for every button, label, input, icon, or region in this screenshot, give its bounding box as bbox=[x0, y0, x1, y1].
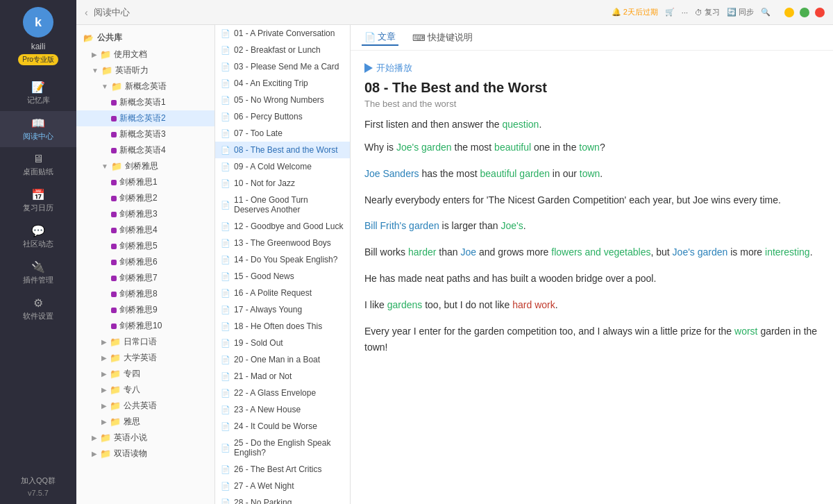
more-button[interactable]: ··· bbox=[682, 8, 688, 17]
chapter-item[interactable]: 📄 21 - Mad or Not bbox=[215, 368, 350, 385]
close-button[interactable] bbox=[815, 8, 825, 17]
tree-item-nce3[interactable]: 新概念英语3 bbox=[76, 126, 214, 142]
tree-item-cam3[interactable]: 剑桥雅思3 bbox=[76, 206, 214, 222]
chapter-item[interactable]: 📄 28 - No Parking bbox=[215, 494, 350, 504]
sidebar-item-calendar[interactable]: 📅 复习日历 bbox=[0, 183, 76, 219]
tree-item-label: 新概念英语4 bbox=[119, 144, 166, 156]
tab-shortcuts[interactable]: ⌨ 快捷键说明 bbox=[410, 30, 476, 45]
tree-item-ielts[interactable]: ▶ 📁 雅思 bbox=[76, 414, 214, 430]
chapter-item[interactable]: 📄 17 - Always Young bbox=[215, 301, 350, 318]
tree-item-cam10[interactable]: 剑桥雅思10 bbox=[76, 318, 214, 334]
doc-icon: 📄 bbox=[221, 339, 230, 348]
tree-item-cam8[interactable]: 剑桥雅思8 bbox=[76, 286, 214, 302]
back-button[interactable]: ‹ bbox=[85, 7, 88, 18]
calendar-icon: 📅 bbox=[31, 188, 45, 201]
doc-icon: 📄 bbox=[221, 146, 230, 155]
chapter-label: 18 - He Often does This bbox=[234, 321, 322, 331]
chapter-label: 06 - Percy Buttons bbox=[234, 112, 303, 121]
folder-icon: 📁 bbox=[111, 81, 122, 92]
reading-para-7: Every year I enter for the garden compet… bbox=[364, 324, 819, 357]
pro-badge: Pro专业版 bbox=[18, 54, 58, 65]
chapter-label: 19 - Sold Out bbox=[234, 338, 283, 348]
chapter-item[interactable]: 📄 19 - Sold Out bbox=[215, 335, 350, 351]
maximize-button[interactable] bbox=[800, 8, 809, 17]
tree-item-usage-docs[interactable]: ▶ 📁 使用文档 bbox=[76, 47, 214, 62]
sidebar-item-memory[interactable]: 📝 记忆库 bbox=[0, 75, 76, 111]
review-icon: ⏱ bbox=[695, 8, 702, 17]
chapter-item[interactable]: 📄 14 - Do You Speak English? bbox=[215, 251, 350, 268]
chapter-item[interactable]: 📄 25 - Do the English Speak English? bbox=[215, 435, 350, 461]
sidebar-item-settings[interactable]: ⚙ 软件设置 bbox=[0, 291, 76, 327]
tree-item-cam1[interactable]: 剑桥雅思1 bbox=[76, 174, 214, 190]
tree-item-cam2[interactable]: 剑桥雅思2 bbox=[76, 190, 214, 206]
tree-item-cambridge[interactable]: ▼ 📁 剑桥雅思 bbox=[76, 158, 214, 174]
tree-item-cam5[interactable]: 剑桥雅思5 bbox=[76, 238, 214, 254]
chapter-item[interactable]: 📄 20 - One Man in a Boat bbox=[215, 351, 350, 368]
sidebar-item-community[interactable]: 💬 社区动态 bbox=[0, 219, 76, 255]
tab-article[interactable]: 📄 文章 bbox=[362, 29, 398, 46]
chevron-right-icon: ▶ bbox=[92, 51, 97, 58]
tree-item-label: 剑桥雅思2 bbox=[119, 192, 158, 204]
tree-item-tem8[interactable]: ▶ 📁 专八 bbox=[76, 382, 214, 398]
chapter-item[interactable]: 📄 09 - A Cold Welcome bbox=[215, 158, 350, 175]
file-square-icon bbox=[111, 260, 117, 265]
chapter-item[interactable]: 📄 22 - A Glass Envelope bbox=[215, 385, 350, 401]
chapter-item[interactable]: 📄 27 - A Wet Night bbox=[215, 478, 350, 494]
chapter-item[interactable]: 📄 05 - No Wrong Numbers bbox=[215, 92, 350, 108]
tree-item-nce1[interactable]: 新概念英语1 bbox=[76, 94, 214, 110]
reading-content: 开始播放 08 - The Best and the Worst The bes… bbox=[351, 51, 833, 504]
tree-item-english-listening[interactable]: ▼ 📁 英语听力 bbox=[76, 62, 214, 78]
tree-item-cam7[interactable]: 剑桥雅思7 bbox=[76, 270, 214, 286]
tree-item-college[interactable]: ▶ 📁 大学英语 bbox=[76, 350, 214, 366]
chapter-item[interactable]: 📄 02 - Breakfast or Lunch bbox=[215, 42, 350, 58]
chapter-item[interactable]: 📄 06 - Percy Buttons bbox=[215, 108, 350, 125]
chapter-item[interactable]: 📄 24 - It Could be Worse bbox=[215, 418, 350, 435]
chapter-item[interactable]: 📄 03 - Please Send Me a Card bbox=[215, 58, 350, 75]
tree-item-cam6[interactable]: 剑桥雅思6 bbox=[76, 254, 214, 270]
review-button[interactable]: ⏱ 复习 bbox=[695, 7, 720, 17]
sidebar-item-desktop[interactable]: 🖥 桌面贴纸 bbox=[0, 147, 76, 183]
file-square-icon bbox=[111, 292, 117, 297]
file-square-icon bbox=[111, 244, 117, 249]
chapter-item[interactable]: 📄 04 - An Exciting Trip bbox=[215, 75, 350, 92]
join-qq-button[interactable]: 加入QQ群 bbox=[21, 476, 56, 486]
minimize-button[interactable] bbox=[784, 8, 794, 17]
tree-item-cam4[interactable]: 剑桥雅思4 bbox=[76, 222, 214, 238]
chapter-label: 09 - A Cold Welcome bbox=[234, 162, 312, 171]
sync-button[interactable]: 🔄 同步 bbox=[727, 7, 754, 17]
tree-item-bilingual[interactable]: ▶ 📁 双语读物 bbox=[76, 446, 214, 462]
chapter-item[interactable]: 📄 08 - The Best and the Worst bbox=[215, 142, 350, 158]
alarm-button[interactable]: 🔔 2天后过期 bbox=[612, 7, 658, 17]
chapter-item[interactable]: 📄 01 - A Private Conversation bbox=[215, 25, 350, 42]
chapter-item[interactable]: 📄 23 - A New House bbox=[215, 401, 350, 418]
chapter-label: 16 - A Polite Request bbox=[234, 288, 312, 298]
sidebar-item-reading[interactable]: 📖 阅读中心 bbox=[0, 111, 76, 147]
chapter-label: 21 - Mad or Not bbox=[234, 371, 292, 381]
tree-item-tem4[interactable]: ▶ 📁 专四 bbox=[76, 366, 214, 382]
search-button[interactable]: 🔍 bbox=[761, 8, 771, 17]
public-lib-icon: 📂 bbox=[83, 33, 94, 43]
chapter-item[interactable]: 📄 11 - One Good Turn Deserves Another bbox=[215, 192, 350, 218]
folder-icon: 📁 bbox=[100, 448, 111, 459]
folder-icon: 📁 bbox=[110, 401, 121, 411]
chapter-item[interactable]: 📄 26 - The Best Art Critics bbox=[215, 461, 350, 478]
tree-item-new-concept[interactable]: ▼ 📁 新概念英语 bbox=[76, 78, 214, 94]
public-lib-label: 公共库 bbox=[97, 32, 122, 44]
tree-item-cam9[interactable]: 剑桥雅思9 bbox=[76, 302, 214, 318]
cart-button[interactable]: 🛒 bbox=[665, 8, 675, 17]
tree-item-daily[interactable]: ▶ 📁 日常口语 bbox=[76, 334, 214, 350]
tree-item-nce4[interactable]: 新概念英语4 bbox=[76, 142, 214, 158]
tree-item-nce2[interactable]: 新概念英语2 bbox=[76, 110, 214, 126]
sidebar-item-plugins[interactable]: 🔌 插件管理 bbox=[0, 255, 76, 291]
chapter-item[interactable]: 📄 15 - Good News bbox=[215, 268, 350, 285]
play-button[interactable]: 开始播放 bbox=[364, 62, 819, 74]
chapter-item[interactable]: 📄 07 - Too Late bbox=[215, 125, 350, 142]
chapter-item[interactable]: 📄 10 - Not for Jazz bbox=[215, 175, 350, 192]
chapter-label: 08 - The Best and the Worst bbox=[234, 145, 338, 155]
chapter-item[interactable]: 📄 16 - A Polite Request bbox=[215, 285, 350, 301]
chapter-item[interactable]: 📄 18 - He Often does This bbox=[215, 318, 350, 335]
chapter-item[interactable]: 📄 12 - Goodbye and Good Luck bbox=[215, 218, 350, 235]
tree-item-public-english[interactable]: ▶ 📁 公共英语 bbox=[76, 398, 214, 414]
tree-item-english-novels[interactable]: ▶ 📁 英语小说 bbox=[76, 430, 214, 446]
chapter-item[interactable]: 📄 13 - The Greenwood Boys bbox=[215, 235, 350, 251]
